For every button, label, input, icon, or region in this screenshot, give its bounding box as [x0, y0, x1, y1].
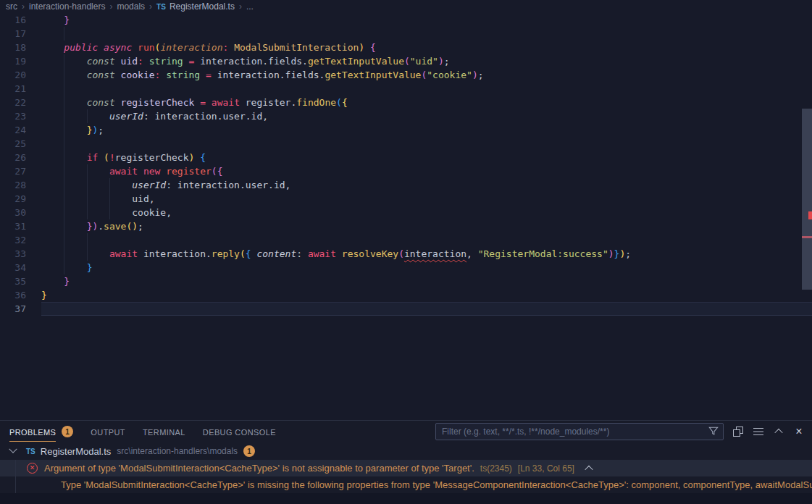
- problem-related-info-row[interactable]: Type 'ModalSubmitInteraction<CacheType>'…: [0, 476, 812, 493]
- line-number[interactable]: 22: [0, 96, 41, 109]
- code-area[interactable]: 16 }1718 public async run(interaction: M…: [0, 13, 812, 316]
- code-line[interactable]: 30 cookie,: [0, 206, 812, 219]
- code-line[interactable]: 24 });: [0, 123, 812, 137]
- breadcrumb-item[interactable]: src: [6, 1, 17, 12]
- line-number[interactable]: 30: [0, 206, 41, 219]
- code-line[interactable]: 21: [0, 82, 812, 96]
- code-token: [206, 97, 212, 108]
- indent-guide: [109, 178, 110, 192]
- code-editor[interactable]: 16 }1718 public async run(interaction: M…: [0, 13, 812, 420]
- line-number[interactable]: 24: [0, 123, 41, 137]
- line-number[interactable]: 19: [0, 54, 41, 68]
- code-line[interactable]: 35 }: [0, 274, 812, 288]
- breadcrumb[interactable]: src›interaction-handlers›modals›TSRegist…: [0, 0, 812, 13]
- tab-label: TERMINAL: [143, 422, 185, 442]
- code-token: uid,: [41, 193, 155, 204]
- panel-empty-space: [0, 493, 812, 504]
- filter-icon: [708, 426, 719, 439]
- line-number[interactable]: 23: [0, 109, 41, 123]
- breadcrumb-item[interactable]: interaction-handlers: [29, 1, 105, 12]
- line-number[interactable]: 20: [0, 68, 41, 82]
- code-line[interactable]: 22 const registerCheck = await register.…: [0, 96, 812, 109]
- code-line[interactable]: 32: [0, 233, 812, 247]
- code-token: {: [200, 152, 206, 163]
- view-as-table-icon[interactable]: [753, 426, 764, 437]
- code-line[interactable]: 28 userId: interaction.user.id,: [0, 178, 812, 192]
- code-token: (: [404, 56, 410, 67]
- chevron-down-icon[interactable]: [7, 445, 19, 457]
- code-line[interactable]: 29 uid,: [0, 192, 812, 206]
- line-number[interactable]: 21: [0, 82, 41, 96]
- line-number[interactable]: 17: [0, 27, 41, 41]
- code-token: ): [472, 70, 478, 80]
- code-token: (: [104, 152, 109, 163]
- line-number[interactable]: 28: [0, 178, 41, 192]
- code-token: const: [87, 56, 121, 67]
- code-line[interactable]: 31 }).save();: [0, 219, 812, 233]
- line-number[interactable]: 32: [0, 233, 41, 247]
- tab-terminal[interactable]: TERMINAL: [143, 421, 185, 442]
- indent-guide: [64, 82, 64, 96]
- code-line[interactable]: 23 userId: interaction.user.id,: [0, 109, 812, 123]
- line-number[interactable]: 35: [0, 274, 41, 288]
- code-token: [194, 152, 200, 163]
- filter-input[interactable]: [435, 423, 724, 440]
- code-token: interaction.: [138, 248, 212, 259]
- line-number[interactable]: 31: [0, 219, 41, 233]
- breadcrumb-item[interactable]: modals: [117, 1, 145, 12]
- code-line[interactable]: 27 await new register({: [0, 164, 812, 178]
- line-number[interactable]: 27: [0, 164, 41, 178]
- code-line[interactable]: 20 const cookie: string = interaction.fi…: [0, 68, 812, 82]
- code-line[interactable]: 33 await interaction.reply({ content: aw…: [0, 247, 812, 261]
- line-number[interactable]: 26: [0, 151, 41, 164]
- line-number[interactable]: 37: [0, 302, 41, 316]
- line-number[interactable]: 25: [0, 137, 41, 151]
- collapse-all-icon[interactable]: [732, 426, 744, 437]
- current-code-line[interactable]: 37: [0, 302, 812, 316]
- vscode-window: src›interaction-handlers›modals›TSRegist…: [0, 0, 812, 504]
- indent-guide: [64, 164, 64, 178]
- maximize-panel-icon[interactable]: [773, 426, 784, 437]
- problems-file-row[interactable]: TS RegisterModal.ts src\interaction-hand…: [0, 442, 812, 460]
- code-line[interactable]: 16 }: [0, 13, 812, 27]
- code-line[interactable]: 25: [0, 137, 812, 151]
- code-line[interactable]: 36}: [0, 288, 812, 302]
- line-number[interactable]: 18: [0, 41, 41, 54]
- line-number[interactable]: 33: [0, 247, 41, 261]
- code-line[interactable]: 34 }: [0, 261, 812, 274]
- tree-indent-guide: [15, 460, 16, 493]
- code-token: : interaction.user.id,: [143, 111, 268, 122]
- line-number[interactable]: 34: [0, 261, 41, 274]
- problem-row[interactable]: ✕Argument of type 'ModalSubmitInteractio…: [0, 460, 812, 476]
- problem-message: Argument of type 'ModalSubmitInteraction…: [44, 463, 474, 474]
- line-number[interactable]: 16: [0, 13, 41, 27]
- panel-actions: ×: [435, 423, 805, 440]
- code-token: "RegisterModal:success": [478, 248, 608, 259]
- tab-debug-console[interactable]: DEBUG CONSOLE: [203, 421, 276, 442]
- code-line[interactable]: 18 public async run(interaction: ModalSu…: [0, 41, 812, 54]
- line-number[interactable]: 36: [0, 288, 41, 302]
- code-token: run: [138, 42, 154, 53]
- breadcrumb-item[interactable]: ...: [246, 1, 254, 12]
- code-line[interactable]: 17: [0, 27, 812, 41]
- code-token: "uid": [410, 56, 438, 67]
- code-line[interactable]: 19 const uid: string = interaction.field…: [0, 54, 812, 68]
- problems-filter[interactable]: [435, 423, 724, 440]
- vertical-scrollbar[interactable]: [802, 109, 812, 290]
- code-token: (: [240, 248, 246, 259]
- code-line[interactable]: 26 if (!registerCheck) {: [0, 151, 812, 164]
- tab-output[interactable]: OUTPUT: [91, 421, 125, 442]
- line-number[interactable]: 29: [0, 192, 41, 206]
- code-token: if: [87, 152, 99, 163]
- breadcrumb-item[interactable]: RegisterModal.ts: [169, 1, 235, 12]
- close-panel-icon[interactable]: ×: [793, 426, 805, 437]
- code-token: reply: [212, 248, 240, 259]
- breadcrumb-separator-icon: ›: [149, 1, 152, 12]
- tab-label: PROBLEMS: [9, 422, 56, 442]
- breadcrumb-separator-icon: ›: [22, 1, 25, 12]
- code-token: getTextInputValue: [325, 70, 421, 80]
- collapse-message-icon[interactable]: [583, 463, 595, 474]
- tab-problems[interactable]: PROBLEMS1: [9, 421, 73, 442]
- code-token: [41, 276, 64, 287]
- indent-guide: [64, 178, 64, 192]
